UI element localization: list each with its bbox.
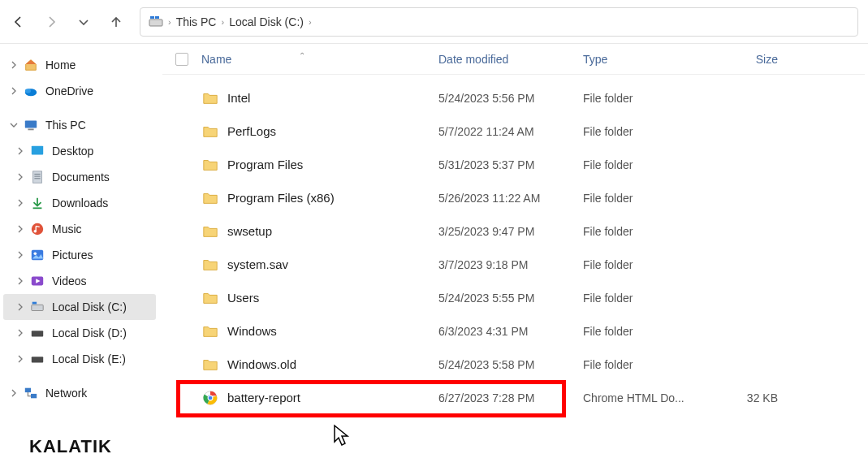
file-row[interactable]: Windows.old5/24/2023 5:58 PMFile folder	[162, 348, 865, 381]
drive-icon	[149, 15, 163, 29]
column-header-checkbox[interactable]	[162, 53, 201, 66]
file-row[interactable]: Program Files (x86)5/26/2023 11:22 AMFil…	[162, 181, 865, 214]
sidebar-item-pictures[interactable]: Pictures	[3, 242, 156, 268]
back-button[interactable]	[10, 13, 28, 31]
chevron-right-icon	[8, 85, 19, 97]
column-label: Type	[583, 53, 607, 66]
chevron-right-icon	[15, 275, 26, 287]
sidebar-item-label: Pictures	[52, 249, 93, 262]
file-size: 32 KB	[705, 391, 786, 404]
sidebar-item-label: Network	[45, 387, 87, 400]
svg-rect-2	[155, 16, 159, 19]
forward-button[interactable]	[42, 13, 60, 31]
sidebar-item-label: Videos	[52, 275, 87, 288]
breadcrumb-local-disk-c[interactable]: Local Disk (C:)	[229, 15, 304, 28]
file-row[interactable]: battery-report6/27/2023 7:28 PMChrome HT…	[162, 381, 865, 414]
sort-indicator-icon: ⌃	[299, 51, 305, 60]
folder-icon	[201, 289, 219, 307]
file-type: File folder	[583, 225, 705, 238]
sidebar-item-label: Downloads	[52, 197, 108, 210]
drive-icon	[29, 299, 45, 315]
breadcrumb-sep-icon: ›	[168, 17, 171, 27]
sidebar-item-this-pc[interactable]: This PC	[3, 112, 156, 138]
file-row[interactable]: Users5/24/2023 5:55 PMFile folder	[162, 281, 865, 314]
svg-rect-5	[25, 121, 37, 128]
folder-icon	[201, 322, 219, 340]
pictures-icon	[29, 247, 45, 263]
chevron-right-icon	[8, 387, 19, 399]
column-label: Name	[201, 53, 231, 66]
file-date: 3/7/2023 9:18 PM	[438, 258, 583, 271]
sidebar-item-downloads[interactable]: Downloads	[3, 190, 156, 216]
file-name: Intel	[227, 91, 250, 105]
chevron-down-icon	[8, 119, 19, 131]
sidebar-item-desktop[interactable]: Desktop	[3, 138, 156, 164]
column-header-size[interactable]: Size	[705, 53, 786, 66]
column-label: Size	[756, 53, 778, 66]
breadcrumb-this-pc[interactable]: This PC	[176, 15, 217, 28]
file-row[interactable]: PerfLogs5/7/2022 11:24 AMFile folder	[162, 115, 865, 148]
up-button[interactable]	[107, 13, 125, 31]
file-name: battery-report	[227, 391, 300, 404]
file-type: File folder	[583, 125, 705, 138]
watermark-text: KALATIK	[29, 436, 112, 457]
sidebar-item-documents[interactable]: Documents	[3, 164, 156, 190]
svg-rect-18	[32, 305, 43, 310]
sidebar-item-local-disk-d[interactable]: Local Disk (D:)	[3, 320, 156, 346]
file-name: Windows	[227, 324, 277, 338]
sidebar-item-home[interactable]: Home	[3, 52, 156, 78]
sidebar-item-local-disk-c[interactable]: Local Disk (C:)	[3, 294, 156, 320]
chevron-down-icon	[77, 15, 90, 28]
chrome-icon	[201, 389, 219, 407]
arrow-left-icon	[12, 15, 25, 28]
file-date: 5/7/2022 11:24 AM	[438, 125, 583, 138]
file-date: 5/24/2023 5:56 PM	[438, 92, 583, 105]
recent-dropdown-button[interactable]	[75, 13, 93, 31]
folder-icon	[201, 123, 219, 141]
sidebar-item-network[interactable]: Network	[3, 380, 156, 406]
svg-rect-0	[149, 19, 162, 26]
sidebar-item-videos[interactable]: Videos	[3, 268, 156, 294]
file-date: 5/26/2023 11:22 AM	[438, 192, 583, 205]
file-row[interactable]: swsetup3/25/2023 9:47 PMFile folder	[162, 214, 865, 248]
sidebar-item-onedrive[interactable]: OneDrive	[3, 78, 156, 104]
sidebar-item-local-disk-e[interactable]: Local Disk (E:)	[3, 346, 156, 372]
file-row[interactable]: Windows6/3/2023 4:31 PMFile folder	[162, 314, 865, 348]
file-type: File folder	[583, 325, 705, 338]
chevron-right-icon	[15, 327, 26, 339]
folder-icon	[201, 256, 219, 274]
file-type: File folder	[583, 258, 705, 271]
checkbox-icon	[175, 53, 188, 66]
file-name: swsetup	[227, 224, 272, 238]
sidebar-item-label: Documents	[52, 171, 110, 184]
chevron-right-icon	[15, 223, 26, 235]
downloads-icon	[29, 195, 45, 211]
address-bar[interactable]: › This PC › Local Disk (C:) ›	[140, 7, 858, 37]
file-rows-container: Intel5/24/2023 5:56 PMFile folderPerfLog…	[162, 75, 865, 414]
sidebar-item-label: Local Disk (E:)	[52, 352, 126, 365]
column-header-date[interactable]: Date modified	[438, 53, 583, 66]
chevron-right-icon	[15, 145, 26, 157]
top-toolbar: › This PC › Local Disk (C:) ›	[0, 0, 868, 44]
drive-icon	[29, 325, 45, 341]
arrow-up-icon	[110, 15, 123, 28]
breadcrumb-sep-icon: ›	[309, 17, 312, 27]
file-row[interactable]: system.sav3/7/2023 9:18 PMFile folder	[162, 248, 865, 281]
arrow-right-icon	[45, 15, 58, 28]
chevron-right-icon	[8, 59, 19, 71]
file-row[interactable]: Intel5/24/2023 5:56 PMFile folder	[162, 81, 865, 115]
documents-icon	[29, 169, 45, 185]
sidebar-item-music[interactable]: Music	[3, 216, 156, 242]
file-date: 5/24/2023 5:58 PM	[438, 358, 583, 371]
navigation-pane: Home OneDrive This PC Desktop Documents …	[0, 44, 159, 467]
sidebar-item-label: Local Disk (D:)	[52, 326, 127, 339]
svg-rect-21	[32, 357, 43, 362]
file-name: PerfLogs	[227, 124, 276, 138]
column-header-type[interactable]: Type	[583, 53, 705, 66]
home-icon	[23, 57, 39, 73]
column-header-name[interactable]: Name ⌃	[201, 53, 438, 66]
breadcrumb-sep-icon: ›	[221, 17, 224, 27]
file-row[interactable]: Program Files5/31/2023 5:37 PMFile folde…	[162, 148, 865, 181]
folder-icon	[201, 89, 219, 107]
svg-rect-1	[150, 16, 154, 19]
